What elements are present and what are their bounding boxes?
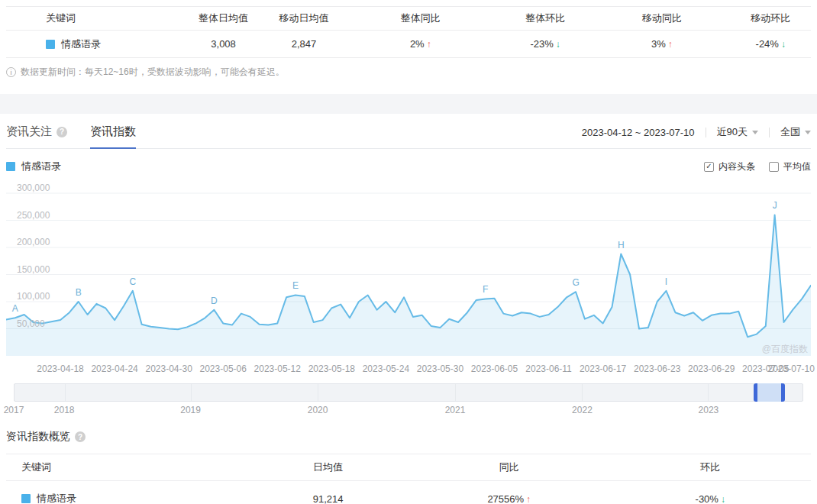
col-mobile-yoy: 移动同比 [593,11,730,25]
overview-title: 资讯指数概览 [6,430,70,444]
checkbox-unchecked-icon [769,162,779,172]
checkbox-average[interactable]: 平均值 [769,160,811,173]
timeline-year-labels: 2017201820192020202120222023 [14,403,803,417]
x-axis-tick-label: 2023-04-18 [37,363,83,374]
slider-selection-window[interactable] [754,383,785,402]
col-overall-mom: 整体环比 [497,11,593,25]
mobile-yoy-value: 3%↑ [593,38,730,50]
mom-value: -30%↓ [609,493,811,504]
tab-news-attention-label: 资讯关注 [6,124,52,139]
chart-options: ✓ 内容头条 平均值 [704,160,811,173]
baidu-index-page: 关键词 整体日均值 移动日均值 整体同比 整体环比 移动同比 移动环比 情感语录… [0,0,817,504]
col-mobile-daily: 移动日均值 [263,11,344,25]
slider-year-tick [455,384,456,401]
x-axis-labels: 2023-04-182023-04-242023-04-302023-05-06… [6,359,811,379]
x-axis-tick-label: 2023-06-23 [634,363,680,374]
x-axis-tick-label: 2023-07-10 [768,363,815,374]
down-arrow-icon: ↓ [781,39,786,50]
summary-header-row: 关键词 整体日均值 移动日均值 整体同比 整体环比 移动同比 移动环比 [6,6,811,31]
year-label-2019: 2019 [180,405,201,415]
x-axis-tick-label: 2023-04-24 [91,363,137,374]
overview-data-row: 情感语录 91,214 27556%↑ -30%↓ [6,481,811,504]
yoy-value: 27556%↑ [408,493,610,504]
keyword-color-swatch [21,494,31,503]
tab-news-index-label: 资讯指数 [90,124,136,139]
col-daily-avg: 日均值 [247,460,408,474]
x-axis-tick-label: 2023-05-30 [417,363,463,374]
x-axis-tick-label: 2023-06-11 [525,363,572,374]
col-overall-daily: 整体日均值 [183,11,263,25]
down-arrow-icon: ↓ [721,494,725,504]
overview-title-row: 资讯指数概览 ? [6,429,811,444]
trend-section: 资讯关注 ? 资讯指数 2023-04-12 ~ 2023-07-10 近90天… [0,124,817,417]
keyword-cell[interactable]: 情感语录 [6,492,247,504]
date-range-display[interactable]: 2023-04-12 ~ 2023-07-10 [582,127,695,138]
trend-line-chart[interactable]: 50,000100,000150,000200,000250,000300,00… [6,184,811,356]
info-icon: i [6,67,16,77]
col-mobile-mom: 移动环比 [731,11,811,25]
col-mom: 环比 [609,460,811,474]
chart-filters: 2023-04-12 ~ 2023-07-10 近90天 全国 [582,125,811,148]
x-axis-tick-label: 2023-04-30 [145,363,192,374]
legend-color-swatch [6,162,15,171]
col-yoy: 同比 [408,460,610,474]
caret-down-icon [805,131,811,134]
period-dropdown-value: 近90天 [717,125,748,139]
year-label-2022: 2022 [572,405,593,415]
tab-news-attention[interactable]: 资讯关注 ? [6,124,67,148]
col-keyword: 关键词 [6,460,247,474]
year-label-2023: 2023 [699,405,719,415]
checkbox-average-label: 平均值 [783,160,811,173]
mobile-mom-value: -24%↓ [731,38,811,50]
tab-news-index[interactable]: 资讯指数 [90,124,136,148]
legend-keyword-label: 情感语录 [21,160,61,173]
help-icon[interactable]: ? [57,127,67,137]
slider-year-tick [318,384,318,401]
up-arrow-icon: ↑ [526,494,531,504]
index-overview-section: 资讯指数概览 ? 关键词 日均值 同比 环比 情感语录 91,214 27556… [0,429,817,504]
x-axis-tick-label: 2023-05-18 [308,363,355,374]
watermark: @百度指数 [762,343,808,356]
divider [706,128,706,137]
col-keyword: 关键词 [6,11,183,25]
keyword-cell[interactable]: 情感语录 [6,37,183,51]
col-overall-yoy: 整体同比 [344,11,497,25]
x-axis-tick-label: 2023-05-24 [363,363,409,374]
overall-daily-value: 3,008 [183,38,263,50]
keyword-summary-section: 关键词 整体日均值 移动日均值 整体同比 整体环比 移动同比 移动环比 情感语录… [0,0,817,88]
legend-row: 情感语录 ✓ 内容头条 平均值 [6,159,811,174]
checkbox-content-toutiao[interactable]: ✓ 内容头条 [704,160,755,173]
slider-year-tick [191,384,192,401]
region-dropdown-value: 全国 [780,125,800,139]
up-arrow-icon: ↑ [427,39,431,50]
x-axis-tick-label: 2023-05-06 [200,363,247,374]
slider-year-tick [582,384,583,401]
period-dropdown[interactable]: 近90天 [717,125,758,139]
year-label-2018: 2018 [54,405,75,415]
update-note-text: 数据更新时间：每天12~16时，受数据波动影响，可能会有延迟。 [21,66,285,79]
year-label-2017: 2017 [4,405,24,415]
keyword-color-swatch [46,40,55,49]
keyword-label: 情感语录 [37,492,76,504]
daily-avg-value: 91,214 [247,493,408,504]
region-dropdown[interactable]: 全国 [780,125,811,139]
year-label-2021: 2021 [445,405,466,415]
up-arrow-icon: ↑ [668,39,673,50]
caret-down-icon [752,131,758,134]
overall-mom-value: -23%↓ [497,38,593,50]
down-arrow-icon: ↓ [556,39,560,50]
slider-year-tick [65,384,66,401]
chart-canvas [6,184,811,356]
x-axis-tick-label: 2023-06-17 [580,363,626,374]
series-legend: 情感语录 [6,160,61,173]
overall-yoy-value: 2%↑ [344,38,497,50]
summary-data-row: 情感语录 3,008 2,847 2%↑ -23%↓ 3%↑ -24%↓ [6,31,811,58]
timeline-brush-slider[interactable] [14,383,803,402]
x-axis-tick-label: 2023-05-12 [254,363,301,374]
keyword-label: 情感语录 [61,37,101,51]
mobile-daily-value: 2,847 [263,38,344,50]
x-axis-tick-label: 2023-06-05 [471,363,518,374]
help-icon[interactable]: ? [75,431,86,442]
x-axis-tick-label: 2023-06-29 [688,363,735,374]
checkbox-content-label: 内容头条 [719,160,755,173]
